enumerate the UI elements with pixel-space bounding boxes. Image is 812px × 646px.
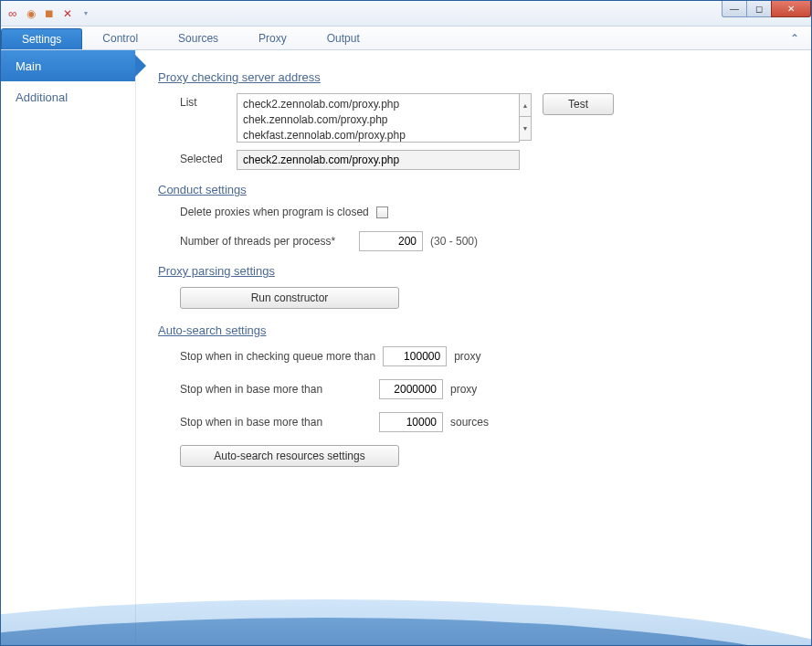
proxy-selected-row: Selected [158,150,793,170]
delete-proxies-row: Delete proxies when program is closed [158,206,793,218]
autosearch-row3-field[interactable] [379,412,443,432]
run-constructor-button[interactable]: Run constructor [180,287,399,309]
spin-down-icon[interactable]: ▼ [519,117,532,141]
autosearch-row1-unit: proxy [454,350,480,363]
proxy-selected-field[interactable] [237,150,520,170]
autosearch-row3-label: Stop when in base more than [180,416,372,429]
content-pane: Proxy checking server address List ▲ ▼ T… [136,50,811,645]
close-button[interactable]: ✕ [771,1,811,17]
delete-proxies-checkbox[interactable] [376,207,388,218]
autosearch-row2-unit: proxy [450,383,477,396]
body-area: Main Additional Proxy checking server ad… [1,50,811,645]
dropdown-icon[interactable]: ▾ [79,7,92,20]
sidebar-item-additional[interactable]: Additional [1,81,135,112]
tab-sources[interactable]: Sources [158,26,238,49]
test-button[interactable]: Test [543,93,614,115]
autosearch-row-2: Stop when in base more than proxy [158,379,793,399]
stop-icon[interactable]: ⏹ [43,7,56,20]
section-autosearch-title: Auto-search settings [158,323,793,337]
threads-field[interactable] [359,231,423,251]
autosearch-row-3: Stop when in base more than sources [158,412,793,432]
maximize-button[interactable]: ◻ [746,1,772,17]
minimize-button[interactable]: — [722,1,747,17]
proxy-selected-label: Selected [180,150,237,165]
autosearch-row2-label: Stop when in base more than [180,383,372,396]
section-conduct-title: Conduct settings [158,183,793,196]
proxy-list-spin: ▲ ▼ [519,93,532,141]
spin-up-icon[interactable]: ▲ [519,93,532,117]
autosearch-row2-field[interactable] [379,379,443,399]
autosearch-settings-button[interactable]: Auto-search resources settings [180,445,399,467]
tab-control[interactable]: Control [82,26,158,49]
sidebar: Main Additional [1,50,136,645]
ribbon-collapse-icon[interactable]: ⌃ [787,31,802,46]
threads-hint: (30 - 500) [430,235,478,248]
autosearch-row1-field[interactable] [383,346,447,366]
titlebar-quick-icons: ∞ ◉ ⏹ ✕ ▾ [6,7,92,20]
record-icon[interactable]: ◉ [25,7,37,20]
threads-label: Number of threads per process* [180,235,352,248]
ribbon-tabs: Settings Control Sources Proxy Output ⌃ [1,26,811,50]
proxy-list-input[interactable] [237,93,520,143]
infinity-icon[interactable]: ∞ [6,7,19,20]
autosearch-row1-label: Stop when in checking queue more than [180,350,375,363]
proxy-list-row: List ▲ ▼ Test [158,93,793,143]
autosearch-row3-unit: sources [450,416,489,429]
app-window: ∞ ◉ ⏹ ✕ ▾ — ◻ ✕ Settings Control Sources… [0,0,812,646]
tools-icon[interactable]: ✕ [61,7,74,20]
tab-settings[interactable]: Settings [1,28,82,49]
tab-output[interactable]: Output [307,26,380,49]
section-parsing-title: Proxy parsing settings [158,264,793,278]
section-proxy-server-title: Proxy checking server address [158,70,793,84]
sidebar-item-main[interactable]: Main [1,50,135,81]
proxy-list-label: List [180,93,237,109]
delete-proxies-label: Delete proxies when program is closed [180,206,369,218]
window-controls: — ◻ ✕ [722,1,811,19]
autosearch-row-1: Stop when in checking queue more than pr… [158,346,793,366]
tab-proxy[interactable]: Proxy [238,26,307,49]
titlebar: ∞ ◉ ⏹ ✕ ▾ — ◻ ✕ [1,1,811,26]
threads-row: Number of threads per process* (30 - 500… [158,231,793,251]
